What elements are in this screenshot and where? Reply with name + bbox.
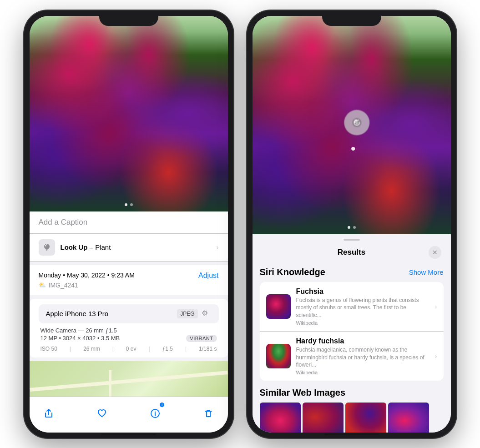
similar-images-row bbox=[260, 403, 444, 432]
similar-image-3[interactable] bbox=[345, 403, 386, 432]
thumb-image-1 bbox=[266, 294, 291, 319]
info-panel: Add a Caption Look Up – Plant › bbox=[30, 211, 228, 397]
file-specs: 12 MP • 3024 × 4032 • 3.5 MB VIBRANT bbox=[39, 335, 219, 342]
right-home-indicator bbox=[324, 433, 379, 435]
divider-4: | bbox=[185, 346, 187, 352]
photo-view[interactable] bbox=[30, 16, 228, 211]
device-row: Apple iPhone 13 Pro JPEG ⚙ bbox=[39, 304, 219, 323]
device-name: Apple iPhone 13 Pro bbox=[46, 310, 109, 317]
visual-lookup-badge[interactable] bbox=[344, 110, 369, 135]
divider-1: | bbox=[70, 346, 71, 352]
right-photo-view[interactable] bbox=[253, 16, 451, 234]
delete-button[interactable] bbox=[198, 403, 218, 423]
metadata-section: Monday • May 30, 2022 • 9:23 AM Adjust ⛅… bbox=[30, 265, 228, 295]
knowledge-card: Fuchsia Fuchsia is a genus of flowering … bbox=[260, 282, 444, 381]
similar-image-2[interactable] bbox=[303, 403, 344, 432]
left-phone: Add a Caption Look Up – Plant › bbox=[24, 10, 233, 438]
lookup-chevron: › bbox=[216, 243, 218, 252]
focal-spec: 26 mm bbox=[83, 346, 100, 352]
results-header: Results ✕ bbox=[253, 241, 451, 263]
siri-knowledge-title: Siri Knowledge bbox=[260, 267, 325, 277]
photo-indicators bbox=[125, 203, 133, 206]
date-row: Monday • May 30, 2022 • 9:23 AM Adjust bbox=[39, 272, 219, 280]
iso-spec: ISO 50 bbox=[40, 346, 57, 352]
right-phone-screen: Results ✕ Siri Knowledge Show More bbox=[253, 16, 451, 433]
lookup-icon bbox=[39, 239, 55, 256]
map-image bbox=[30, 361, 228, 397]
device-section: Apple iPhone 13 Pro JPEG ⚙ Wide Camera —… bbox=[30, 299, 228, 357]
info-button[interactable]: i bbox=[145, 403, 165, 423]
right-dot-2 bbox=[353, 226, 356, 229]
siri-knowledge-header: Siri Knowledge Show More bbox=[260, 267, 444, 277]
knowledge-item-fuchsia[interactable]: Fuchsia Fuchsia is a genus of flowering … bbox=[260, 282, 444, 332]
results-title: Results bbox=[338, 248, 365, 257]
results-panel: Results ✕ Siri Knowledge Show More bbox=[253, 234, 451, 433]
camera-specs: Wide Camera — 26 mm ƒ1.5 bbox=[39, 327, 219, 334]
thumb-image-2 bbox=[266, 344, 291, 368]
right-dot-1 bbox=[348, 226, 350, 229]
fuchsia-desc: Fuchsia is a genus of flowering plants t… bbox=[296, 297, 429, 319]
bottom-toolbar: i bbox=[30, 397, 228, 433]
share-button[interactable] bbox=[39, 403, 59, 423]
ev-spec: 0 ev bbox=[126, 346, 136, 352]
photo-image bbox=[30, 16, 228, 211]
adjust-button[interactable]: Adjust bbox=[198, 272, 218, 280]
hardy-thumbnail bbox=[266, 344, 291, 368]
fuchsia-text: Fuchsia Fuchsia is a genus of flowering … bbox=[296, 287, 429, 326]
home-indicator bbox=[101, 433, 156, 435]
cloud-icon: ⛅ bbox=[39, 282, 46, 288]
settings-icon[interactable]: ⚙ bbox=[202, 309, 212, 319]
similar-title: Similar Web Images bbox=[260, 388, 444, 398]
favorite-button[interactable] bbox=[92, 403, 112, 423]
aperture-spec: ƒ1.5 bbox=[162, 346, 173, 352]
lookup-label: Look Up – Plant bbox=[61, 243, 211, 251]
hardy-source: Wikipedia bbox=[296, 370, 429, 375]
tech-specs-row: ISO 50 | 26 mm | 0 ev | ƒ1.5 | 1/181 s bbox=[39, 346, 219, 352]
fuchsia-chevron: › bbox=[435, 303, 437, 310]
close-button[interactable]: ✕ bbox=[429, 246, 441, 259]
dot-1 bbox=[125, 203, 127, 206]
right-phone: Results ✕ Siri Knowledge Show More bbox=[247, 10, 456, 438]
filename-text: IMG_4241 bbox=[49, 282, 78, 289]
caption-placeholder[interactable]: Add a Caption bbox=[39, 218, 88, 227]
hardy-chevron: › bbox=[435, 352, 437, 360]
left-phone-screen: Add a Caption Look Up – Plant › bbox=[30, 16, 228, 433]
date-text: Monday • May 30, 2022 • 9:23 AM bbox=[39, 272, 135, 279]
fuchsia-source: Wikipedia bbox=[296, 320, 429, 326]
similar-image-4[interactable] bbox=[388, 403, 429, 432]
similar-images-section: Similar Web Images bbox=[253, 381, 451, 432]
right-photo-indicators bbox=[348, 226, 356, 229]
fuchsia-thumbnail bbox=[266, 294, 291, 319]
format-badge: JPEG bbox=[177, 309, 197, 318]
device-badges: JPEG ⚙ bbox=[177, 309, 211, 319]
knowledge-item-hardy[interactable]: Hardy fuchsia Fuchsia magellanica, commo… bbox=[260, 332, 444, 381]
filename-row: ⛅ IMG_4241 bbox=[39, 282, 219, 289]
hardy-desc: Fuchsia magellanica, commonly known as t… bbox=[296, 346, 429, 369]
fuchsia-name: Fuchsia bbox=[296, 287, 429, 296]
divider-2: | bbox=[112, 346, 114, 352]
hardy-name: Hardy fuchsia bbox=[296, 337, 429, 345]
lookup-plain: – Plant bbox=[88, 243, 111, 251]
divider-3: | bbox=[148, 346, 150, 352]
show-more-button[interactable]: Show More bbox=[409, 268, 444, 276]
similar-image-1[interactable] bbox=[260, 403, 301, 432]
lookup-row[interactable]: Look Up – Plant › bbox=[30, 234, 228, 262]
lookup-bold: Look Up bbox=[61, 243, 88, 251]
siri-knowledge-section: Siri Knowledge Show More Fuchsia Fuchsia… bbox=[253, 263, 451, 381]
lookup-dot bbox=[351, 147, 355, 151]
vibrant-badge: VIBRANT bbox=[186, 335, 217, 342]
resolution-text: 12 MP • 3024 × 4032 • 3.5 MB bbox=[40, 335, 120, 342]
dot-2 bbox=[130, 203, 133, 206]
hardy-text: Hardy fuchsia Fuchsia magellanica, commo… bbox=[296, 337, 429, 375]
caption-section[interactable]: Add a Caption bbox=[30, 211, 228, 234]
map-section[interactable] bbox=[30, 361, 228, 397]
shutter-spec: 1/181 s bbox=[199, 346, 217, 352]
